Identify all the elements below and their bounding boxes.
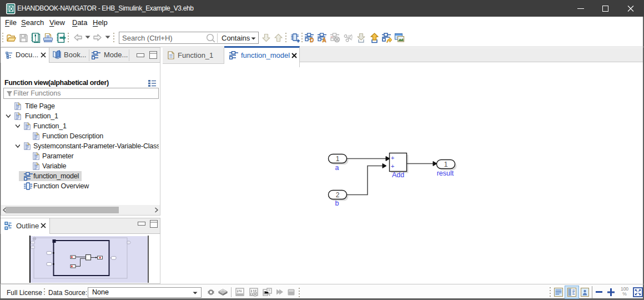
svg-text:+: +: [391, 163, 394, 169]
svg-text:1: 1: [444, 161, 448, 168]
svg-text:result: result: [437, 169, 454, 177]
svg-text:Add: Add: [392, 171, 404, 179]
svg-text:b: b: [335, 199, 339, 207]
svg-text:1: 1: [336, 155, 340, 163]
svg-text:+: +: [391, 154, 394, 161]
svg-text:2: 2: [336, 191, 340, 199]
svg-text:A: A: [323, 37, 326, 43]
svg-text:D: D: [310, 37, 314, 43]
svg-text:a: a: [335, 164, 339, 172]
